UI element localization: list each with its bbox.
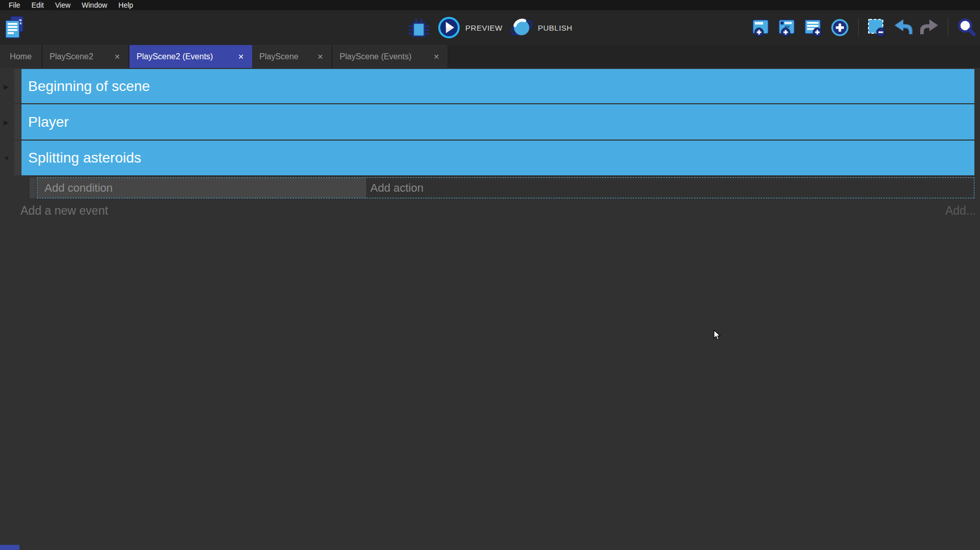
toolbar-separator — [858, 18, 859, 37]
main-toolbar: PREVIEW PUBLISH — [0, 10, 980, 45]
preview-label: PREVIEW — [465, 24, 503, 32]
event-group-title: Player — [28, 114, 69, 130]
add-event-dropdown-button[interactable]: Add... — [945, 204, 976, 218]
preview-play-icon — [437, 16, 461, 39]
add-condition-button[interactable]: Add condition — [37, 178, 366, 198]
tab-close-icon[interactable]: ✕ — [433, 53, 439, 61]
event-group-row: ▶ Beginning of scene — [0, 69, 980, 103]
event-group-title: Splitting asteroids — [28, 150, 141, 166]
menu-window[interactable]: Window — [76, 0, 113, 10]
toolbar-right-group — [751, 10, 977, 45]
choose-event-type-icon[interactable] — [830, 17, 850, 38]
events-sheet: ▶ Beginning of scene ▶ Player ▼ Splittin… — [0, 68, 980, 550]
redo-icon[interactable] — [919, 17, 940, 38]
tab-close-icon[interactable]: ✕ — [114, 53, 120, 61]
menu-edit[interactable]: Edit — [26, 0, 50, 10]
debugger-icon[interactable] — [408, 16, 430, 39]
search-icon[interactable] — [956, 17, 977, 38]
delete-selection-icon[interactable] — [867, 17, 887, 38]
publish-label: PUBLISH — [538, 24, 572, 32]
tab-label: PlayScene — [259, 52, 299, 61]
collapse-toggle-icon[interactable]: ▶ — [4, 119, 9, 125]
tab-close-icon[interactable]: ✕ — [317, 53, 323, 61]
event-group-title: Beginning of scene — [28, 78, 150, 95]
event-group-bar[interactable]: Splitting asteroids — [21, 141, 974, 175]
event-group-row: ▶ Player — [0, 104, 980, 140]
menu-help[interactable]: Help — [113, 0, 139, 10]
event-gutter — [14, 141, 21, 175]
tab-label: PlayScene (Events) — [340, 52, 412, 61]
add-new-event-label: Add a new event — [20, 204, 108, 218]
add-sub-event-icon[interactable] — [777, 17, 798, 38]
add-new-event-row[interactable]: Add a new event Add... — [0, 203, 980, 220]
toolbar-separator — [948, 18, 948, 37]
menu-bar: File Edit View Window Help — [0, 0, 980, 10]
event-gutter — [14, 69, 21, 103]
tab-label: PlayScene2 — [50, 52, 93, 61]
menu-view[interactable]: View — [50, 0, 76, 10]
tab-home[interactable]: Home — [0, 45, 42, 68]
project-manager-button[interactable] — [4, 15, 25, 40]
add-event-icon[interactable] — [751, 17, 772, 38]
collapse-toggle-icon[interactable]: ▶ — [4, 83, 9, 89]
event-gutter — [14, 104, 21, 140]
empty-event-row: Add condition Add action — [0, 177, 980, 198]
tab-playscene2[interactable]: PlayScene2 ✕ — [42, 45, 129, 68]
event-group-bar[interactable]: Beginning of scene — [21, 69, 974, 103]
add-action-button[interactable]: Add action — [366, 178, 974, 198]
tab-label: Home — [10, 52, 32, 61]
preview-button[interactable]: PREVIEW — [437, 16, 503, 39]
undo-icon[interactable] — [893, 17, 914, 38]
expand-toggle-icon[interactable]: ▼ — [4, 155, 10, 162]
add-action-label: Add action — [370, 181, 424, 195]
sub-event-gutter — [30, 177, 36, 198]
menu-file[interactable]: File — [3, 0, 26, 10]
add-comment-icon[interactable] — [804, 17, 824, 38]
publish-globe-icon — [509, 16, 533, 39]
event-group-row: ▼ Splitting asteroids — [0, 141, 980, 175]
tab-playscene2-events[interactable]: PlayScene2 (Events) ✕ — [129, 45, 252, 68]
tab-playscene-events[interactable]: PlayScene (Events) ✕ — [332, 45, 449, 68]
app-window: File Edit View Window Help — [0, 0, 980, 550]
bottom-left-blue-sliver — [0, 545, 19, 550]
selected-event-outline: Add condition Add action — [37, 177, 974, 198]
publish-button[interactable]: PUBLISH — [509, 16, 572, 39]
event-group-bar[interactable]: Player — [21, 104, 974, 140]
project-manager-icon — [4, 15, 25, 40]
add-condition-label: Add condition — [44, 181, 113, 195]
tab-close-icon[interactable]: ✕ — [238, 53, 244, 61]
tab-bar: Home PlayScene2 ✕ PlayScene2 (Events) ✕ … — [0, 45, 980, 68]
tab-playscene[interactable]: PlayScene ✕ — [252, 45, 332, 68]
toolbar-center-group: PREVIEW PUBLISH — [408, 10, 572, 45]
tab-label: PlayScene2 (Events) — [137, 52, 213, 61]
